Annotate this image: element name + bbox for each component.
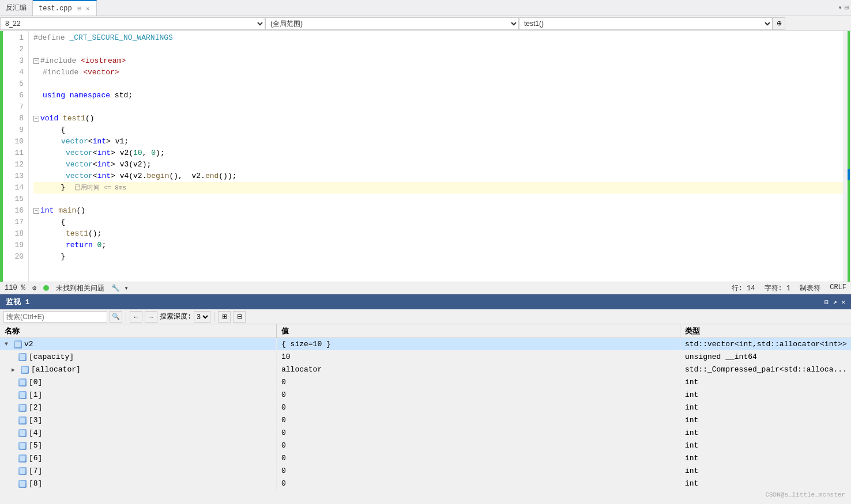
nav-toolbar-btn[interactable]: ⊕ xyxy=(773,17,785,30)
zoom-level: 110 % xyxy=(5,284,25,292)
tab-pin-icon: ⊟ xyxy=(78,5,82,12)
code-line-11: vector<int> v2(10, 0); xyxy=(33,147,843,159)
var-icon-4 xyxy=(18,429,27,437)
collapse-icon-16[interactable]: − xyxy=(33,208,39,214)
cell-name-8: [8] xyxy=(0,478,277,490)
watch-search-input[interactable] xyxy=(3,311,107,323)
editor-area: 1 2 3 4 5 6 7 8 9 10 11 12 13 14 15 16 1… xyxy=(0,31,851,282)
expand-allocator-icon[interactable]: ▶ xyxy=(12,366,18,373)
code-line-20: } xyxy=(33,251,843,263)
settings-icon[interactable]: ⚙ xyxy=(32,284,36,293)
watch-row-8[interactable]: [8] 0 int xyxy=(0,478,851,490)
cell-value-2: 0 xyxy=(277,401,680,414)
watch-row-6[interactable]: [6] 0 int xyxy=(0,452,851,465)
watch-row-capacity[interactable]: [capacity] 10 unsigned __int64 xyxy=(0,351,851,363)
code-line-6: using namespace std; xyxy=(33,90,843,101)
tab-pin-icon2[interactable]: ⊟ xyxy=(845,3,849,12)
cell-name-capacity: [capacity] xyxy=(0,351,277,363)
code-line-9: { xyxy=(33,124,843,136)
var-icon-1 xyxy=(18,391,27,399)
namespace-select[interactable]: (全局范围) xyxy=(265,17,519,30)
watch-close-icon[interactable]: ✕ xyxy=(841,298,845,306)
code-line-5 xyxy=(33,78,843,90)
search-icon-btn[interactable]: 🔍 xyxy=(110,311,122,323)
cell-name-v2: ▼ v2 xyxy=(0,338,277,350)
scrollbar-thumb[interactable] xyxy=(848,169,850,180)
watch-row-allocator[interactable]: ▶ [allocator] allocator std::_Compressed… xyxy=(0,363,851,376)
watch-row-7[interactable]: [7] 0 int xyxy=(0,465,851,478)
cell-name-5: [5] xyxy=(0,439,277,452)
function-select[interactable]: test1() xyxy=(519,17,773,30)
cell-type-v2: std::vector<int,std::allocator<int>> xyxy=(680,338,851,350)
cell-value-v2: { size=10 } xyxy=(277,338,680,350)
cell-type-6: int xyxy=(680,452,851,464)
editor-scrollbar xyxy=(843,31,851,282)
filter-icon[interactable]: 🔧 ▾ xyxy=(111,284,128,293)
watch-title-actions: ⊟ ↗ ✕ xyxy=(824,298,845,306)
code-line-1: #define _CRT_SECURE_NO_WARNINGS xyxy=(33,32,843,44)
var-icon-3 xyxy=(18,416,27,425)
expand-v2-icon[interactable]: ▼ xyxy=(5,341,12,347)
col-info: 字符: 1 xyxy=(765,283,791,293)
cell-type-0: int xyxy=(680,376,851,388)
watch-row-4[interactable]: [4] 0 int xyxy=(0,427,851,439)
collapse-icon-3[interactable]: − xyxy=(33,58,39,64)
code-line-15 xyxy=(33,194,843,205)
watch-btn2[interactable]: ⊟ xyxy=(233,311,246,323)
cell-name-2: [2] xyxy=(0,401,277,414)
nav-forward-btn[interactable]: → xyxy=(145,311,157,323)
watch-pin-icon[interactable]: ⊟ xyxy=(824,298,829,306)
cell-value-3: 0 xyxy=(277,414,680,426)
cell-value-8: 0 xyxy=(277,478,680,490)
no-issues-label: 未找到相关问题 xyxy=(56,283,104,293)
nav-back-btn[interactable]: ← xyxy=(130,311,142,323)
watch-panel: 监视 1 ⊟ ↗ ✕ 🔍 ← → 搜索深度: 3 ⊞ ⊟ 名称 值 xyxy=(0,294,851,504)
watch-table: 名称 值 类型 ▼ v2 { size=10 } std::vector<int… xyxy=(0,324,851,504)
cell-value-1: 0 xyxy=(277,389,680,401)
cell-type-capacity: unsigned __int64 xyxy=(680,351,851,363)
tab-bar: 反汇编 test.cpp ⊟ ✕ ▾ ⊟ xyxy=(0,0,851,16)
code-line-19: return 0; xyxy=(33,240,843,251)
separator-2 xyxy=(214,312,214,322)
code-line-17: { xyxy=(33,217,843,228)
watch-row-3[interactable]: [3] 0 int xyxy=(0,414,851,427)
code-line-16: −int main() xyxy=(33,205,843,217)
var-icon-7 xyxy=(18,467,27,475)
code-editor[interactable]: #define _CRT_SECURE_NO_WARNINGS −#includ… xyxy=(29,31,843,282)
code-line-2 xyxy=(33,44,843,55)
cell-value-4: 0 xyxy=(277,427,680,439)
tab-type-info: 制表符 xyxy=(800,283,820,293)
watch-unpin-icon[interactable]: ↗ xyxy=(833,298,837,306)
tab-close-icon[interactable]: ✕ xyxy=(85,5,91,13)
cell-type-1: int xyxy=(680,389,851,401)
code-line-3: −#include <iostream> xyxy=(33,55,843,67)
code-line-12: vector<int> v3(v2); xyxy=(33,159,843,170)
cell-type-allocator: std::_Compressed_pair<std::alloca... xyxy=(680,363,851,376)
col-name-header: 名称 xyxy=(0,324,277,338)
watch-row-v2[interactable]: ▼ v2 { size=10 } std::vector<int,std::al… xyxy=(0,338,851,351)
cell-name-allocator: ▶ [allocator] xyxy=(0,363,277,376)
cell-name-0: [0] xyxy=(0,376,277,388)
depth-select[interactable]: 3 xyxy=(194,311,210,323)
watch-row-5[interactable]: [5] 0 int xyxy=(0,439,851,452)
status-ok-icon xyxy=(43,285,49,291)
watch-row-1[interactable]: [1] 0 int xyxy=(0,389,851,401)
watch-row-2[interactable]: [2] 0 int xyxy=(0,401,851,414)
separator-1 xyxy=(126,312,126,322)
watch-row-0[interactable]: [0] 0 int xyxy=(0,376,851,389)
cell-value-allocator: allocator xyxy=(277,363,680,376)
var-icon-v2 xyxy=(14,340,22,348)
cell-type-2: int xyxy=(680,401,851,414)
tab-decompile[interactable]: 反汇编 xyxy=(0,0,33,16)
tab-test-cpp[interactable]: test.cpp ⊟ ✕ xyxy=(33,0,97,16)
cell-value-7: 0 xyxy=(277,465,680,477)
tab-overflow-icon[interactable]: ▾ xyxy=(838,3,842,12)
collapse-icon-8[interactable]: − xyxy=(33,116,39,122)
code-line-10: vector<int> v1; xyxy=(33,136,843,147)
watch-title: 监视 1 xyxy=(6,297,30,307)
line-ending-info: CRLF xyxy=(830,283,846,293)
scope-select[interactable]: 8_22 xyxy=(0,17,265,30)
var-icon-0 xyxy=(18,378,27,386)
watch-btn1[interactable]: ⊞ xyxy=(218,311,231,323)
var-icon-8 xyxy=(18,480,27,488)
